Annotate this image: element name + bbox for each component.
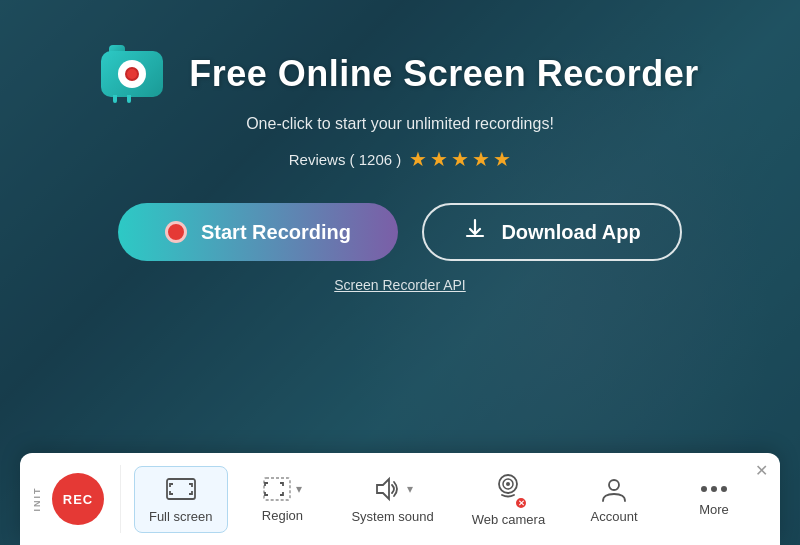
action-buttons: Start Recording Download App — [118, 203, 682, 261]
rec-button-label: REC — [63, 492, 93, 507]
account-icon — [599, 475, 629, 503]
rec-button-container: REC — [36, 465, 121, 533]
camera-leg-right-icon — [127, 95, 131, 103]
download-app-button[interactable]: Download App — [422, 203, 682, 261]
star-3: ★ — [451, 147, 469, 171]
system-sound-arrow-icon: ▾ — [407, 482, 413, 496]
svg-rect-1 — [264, 478, 290, 500]
star-5: ★ — [493, 147, 511, 171]
camera-body-icon — [101, 51, 163, 97]
app-header: Free Online Screen Recorder — [101, 45, 699, 103]
webcam-badge: ✕ — [492, 471, 524, 506]
system-sound-icon: ▾ — [373, 475, 413, 503]
app-subtitle: One-click to start your unlimited record… — [246, 115, 554, 133]
toolbar-item-web-camera[interactable]: ✕ Web camera — [458, 463, 559, 535]
more-label: More — [699, 502, 729, 517]
download-icon — [463, 217, 487, 247]
svg-point-6 — [609, 480, 619, 490]
star-rating: ★ ★ ★ ★ ★ — [409, 147, 511, 171]
main-content: Free Online Screen Recorder One-click to… — [0, 0, 800, 321]
download-app-label: Download App — [501, 221, 640, 244]
toolbar-item-account[interactable]: Account — [569, 467, 659, 532]
rec-button[interactable]: REC — [52, 473, 104, 525]
region-icon: ▾ — [262, 476, 302, 502]
web-camera-label: Web camera — [472, 512, 545, 527]
reviews-label: Reviews ( 1206 ) — [289, 151, 402, 168]
app-title: Free Online Screen Recorder — [189, 53, 699, 95]
svg-marker-2 — [377, 479, 389, 499]
star-4: ★ — [472, 147, 490, 171]
start-recording-label: Start Recording — [201, 221, 351, 244]
reviews-row: Reviews ( 1206 ) ★ ★ ★ ★ ★ — [289, 147, 512, 171]
svg-point-7 — [701, 486, 707, 492]
svg-point-5 — [506, 482, 510, 486]
svg-point-8 — [711, 486, 717, 492]
recording-toolbar: INIT REC Full screen — [20, 453, 780, 545]
full-screen-label: Full screen — [149, 509, 213, 524]
system-sound-label: System sound — [351, 509, 433, 524]
rec-dot-icon — [165, 221, 187, 243]
toolbar-item-more[interactable]: More — [669, 474, 759, 525]
svg-rect-0 — [167, 479, 195, 499]
camera-lens-icon — [118, 60, 146, 88]
toolbar-items: Full screen ▾ Region — [129, 463, 764, 535]
camera-leg-left-icon — [113, 95, 117, 103]
web-camera-icon: ✕ — [492, 471, 524, 506]
svg-point-9 — [721, 486, 727, 492]
start-recording-button[interactable]: Start Recording — [118, 203, 398, 261]
app-logo — [101, 45, 171, 103]
account-label: Account — [591, 509, 638, 524]
screen-recorder-api-link[interactable]: Screen Recorder API — [334, 277, 466, 293]
star-1: ★ — [409, 147, 427, 171]
more-icon — [696, 482, 732, 496]
camera-dot-icon — [125, 67, 139, 81]
star-2: ★ — [430, 147, 448, 171]
region-label: Region — [262, 508, 303, 523]
toolbar-item-full-screen[interactable]: Full screen — [134, 466, 228, 533]
toolbar-item-region[interactable]: ▾ Region — [237, 468, 327, 531]
toolbar-close-button[interactable]: ✕ — [755, 461, 768, 480]
web-camera-disabled-badge: ✕ — [514, 496, 528, 510]
full-screen-icon — [165, 475, 197, 503]
toolbar-vertical-label: INIT — [32, 487, 42, 512]
toolbar-item-system-sound[interactable]: ▾ System sound — [337, 467, 447, 532]
region-arrow-icon: ▾ — [296, 482, 302, 496]
